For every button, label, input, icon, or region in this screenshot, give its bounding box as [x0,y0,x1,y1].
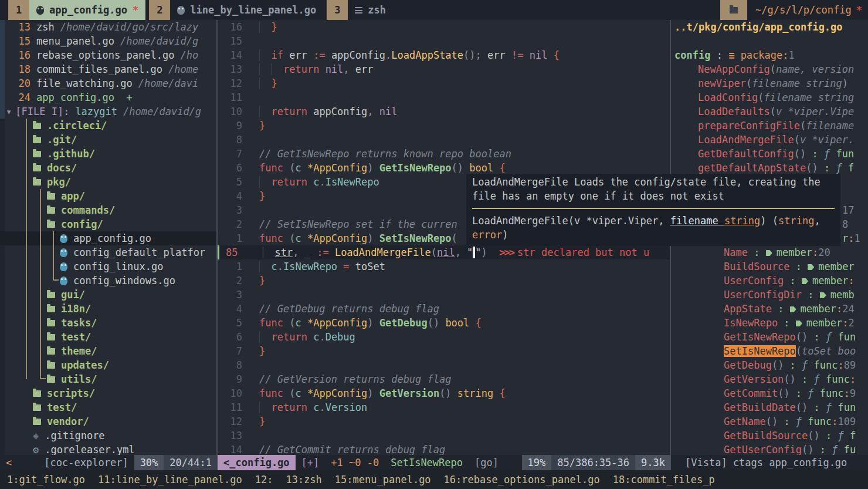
code-line-8[interactable]: 8 [218,133,670,147]
code-line-1[interactable]: 1▏ c.IsNewRepo = toSet [218,259,670,274]
outline-item-prepareConfigFile[interactable]: prepareConfigFile(filename [671,119,868,133]
tree-item-tasks-[interactable]: tasks/ [0,316,216,330]
tree-item-vendor-[interactable]: vendor/ [0,414,216,429]
code-line-8[interactable]: 8 [218,358,670,372]
bufferline-item-13-zsh[interactable]: 13:zsh [286,474,321,485]
explorer-root[interactable]: ▾[FILE I]:lazygit/home/david/g [0,104,216,119]
tree-item-config-linux-go[interactable]: config_linux.go [0,259,216,274]
bufferline-item-18-commit-files-p[interactable]: 18:commit_files_p [613,474,715,485]
tab-zsh[interactable]: 3 zsh [327,0,393,20]
buffer-item-menu-panel-go[interactable]: 15menu_panel.go/home/david/g [0,34,216,48]
bufferline-item-1-git-flow-go[interactable]: 1:git_flow.go [7,474,85,485]
code-line-4[interactable]: 4// GetDebug returns debug flag [218,302,670,316]
outline-item-GetBuildDate[interactable]: GetBuildDate() : ƒ fun [671,400,868,414]
tree-item-docs-[interactable]: docs/ [0,161,216,175]
code-line-11[interactable]: 11 [218,90,670,104]
tree-item-config-windows-go[interactable]: config_windows.go [0,274,216,288]
outline-item-AppState[interactable]: AppState : member:24 [671,302,868,316]
tree-item-app-config-go[interactable]: app_config.go [0,231,216,245]
tree-item--gitignore[interactable]: ◈.gitignore [0,429,216,443]
code-line-9[interactable]: 9} [218,119,670,133]
tree-item--github-[interactable]: .github/ [0,147,216,161]
outline-item-SetIsNewRepo[interactable]: SetIsNewRepo(toSet boo [671,344,868,358]
buffer-item-zsh[interactable]: 13zsh/home/david/go/src/lazy [0,20,216,34]
outline-item-BuildSource[interactable]: BuildSource : member [671,259,868,274]
cwd-folder-button[interactable] [720,0,747,20]
chevron-down-icon[interactable]: ▾ [6,106,12,117]
code-line-15[interactable]: 15 [218,34,670,48]
code-line-12[interactable]: 12▏ } [218,76,670,90]
outline-item-UserConfigDir[interactable]: UserConfigDir : memb [671,288,868,302]
outline-item-LoadAndMergeFile[interactable]: LoadAndMergeFile(v *viper. [671,133,868,147]
outline-item-LoadDefaults[interactable]: LoadDefaults(v *viper.Vipe [671,104,868,119]
tree-item-config-[interactable]: config/ [0,217,216,231]
outline-item-UserConfig[interactable]: UserConfig : member: [671,274,868,288]
code-line-2[interactable]: 2} [218,274,670,288]
bufferline-item-15-menu-panel-go[interactable]: 15:menu_panel.go [335,474,431,485]
code-line-12[interactable]: 12} [218,414,670,429]
tab-number[interactable]: 2 [149,0,170,20]
outline-item-getDefaultAppState[interactable]: getDefaultAppState() : ƒ f [671,161,868,175]
outline-item-IsNewRepo[interactable]: IsNewRepo : member:2 [671,316,868,330]
code-line-7[interactable]: 7// GetIsNewRepo returns known repo bool… [218,147,670,161]
buffer-item-app-config-go[interactable]: 24app_config.go + [0,90,216,104]
buffer-item-file-watching-go[interactable]: 20file_watching.go/home/davi [0,76,216,90]
code-line-9[interactable]: 9// GetVersion returns debug flag [218,372,670,386]
tree-item-scripts-[interactable]: scripts/ [0,386,216,400]
code-line-13[interactable]: 13▏ ▏ return nil, err [218,62,670,76]
tree-item-pkg-[interactable]: pkg/ [0,175,216,189]
outline-item-GetName[interactable]: GetName() : ƒ func:109 [671,414,868,429]
outline-item-Name[interactable]: Name : member:20 [671,245,868,259]
tree-item-utils-[interactable]: utils/ [0,372,216,386]
code-line-10[interactable]: 10func (c *AppConfig) GetVersion() strin… [218,386,670,400]
buffer-item-rebase-options-panel-go[interactable]: 16rebase_options_panel.go/ho [0,48,216,62]
code-line-6[interactable]: 6▏ return c.Debug [218,330,670,344]
code-line-11[interactable]: 11▏ return c.Version [218,400,670,414]
outline-item-GetBuildSource[interactable]: GetBuildSource() : ƒ f [671,429,868,443]
tree-item--git-[interactable]: .git/ [0,133,216,147]
folder-icon [47,320,55,326]
tree-item-gui-[interactable]: gui/ [0,288,216,302]
tab-app-config[interactable]: 1 app_config.go * [8,0,145,20]
outline-item-GetIsNewRepo[interactable]: GetIsNewRepo() : ƒ fun [671,330,868,344]
tab-line-by-line-panel[interactable]: 2 line_by_line_panel.go [149,0,323,20]
code-line-10[interactable]: 10▏ return appConfig, nil [218,104,670,119]
tree-item--goreleaser-yml[interactable]: ⚙.goreleaser.yml [0,443,216,455]
code-line-16[interactable]: 16▏ } [218,20,670,34]
outline-item-GetVersion[interactable]: GetVersion() : ƒ func: [671,372,868,386]
code-line-6[interactable]: 6func (c *AppConfig) GetIsNewRepo() bool… [218,161,670,175]
code-line-3[interactable]: 3 [218,288,670,302]
bufferline-item-11-line-by-line-panel-go[interactable]: 11:line_by_line_panel.go [98,474,242,485]
code-line-13[interactable]: 13 [218,429,670,443]
code-line-14[interactable]: 14▏ if err := appConfig.LoadAppState(); … [218,48,670,62]
go-file-icon [60,276,67,285]
code-line-5[interactable]: 5func (c *AppConfig) GetDebug() bool { [218,316,670,330]
terminal-icon [355,7,362,14]
tree-item-test-[interactable]: test/ [0,330,216,344]
code-line-7[interactable]: 7} [218,344,670,358]
buffer-item-commit-files-panel-go[interactable]: 18commit_files_panel.go/home [0,62,216,76]
line-number: 1 [222,231,242,245]
bufferline-item-16-rebase-options-panel-go[interactable]: 16:rebase_options_panel.go [444,474,600,485]
outline-item-NewAppConfig[interactable]: NewAppConfig(name, version [671,62,868,76]
bufferline-item-12[interactable]: 12: [255,474,273,485]
outline-item-newViper[interactable]: newViper(filename string) [671,76,868,90]
outline-item-LoadConfig[interactable]: LoadConfig(filename string [671,90,868,104]
tab-number[interactable]: 3 [327,0,348,20]
tab-number[interactable]: 1 [8,0,29,20]
tree-item-test-[interactable]: test/ [0,400,216,414]
tree-item-theme-[interactable]: theme/ [0,344,216,358]
outline-item-config[interactable]: config : ≡ package:1 [671,48,868,62]
tree-item-app-[interactable]: app/ [0,189,216,203]
code-line-14[interactable]: 14// GetCommit returns debug flag [218,443,670,455]
outline-item-GetUserConfig[interactable]: GetUserConfig() : ƒ fu [671,443,868,455]
outline-item-GetCommit[interactable]: GetCommit() : ƒ func:9 [671,386,868,400]
tree-item-i18n-[interactable]: i18n/ [0,302,216,316]
tree-item-config-default-platfor[interactable]: config_default_platfor [0,245,216,259]
tree-item-commands-[interactable]: commands/ [0,203,216,217]
outline-item-GetDebug[interactable]: GetDebug() : ƒ func:89 [671,358,868,372]
outline-item-GetDefaultConfig[interactable]: GetDefaultConfig() : ƒ fun [671,147,868,161]
tree-item--circleci-[interactable]: .circleci/ [0,119,216,133]
code-line-85[interactable]: 85▏ str, _ := LoadAndMergeFile(nil, "") … [218,245,670,259]
tree-item-updates-[interactable]: updates/ [0,358,216,372]
